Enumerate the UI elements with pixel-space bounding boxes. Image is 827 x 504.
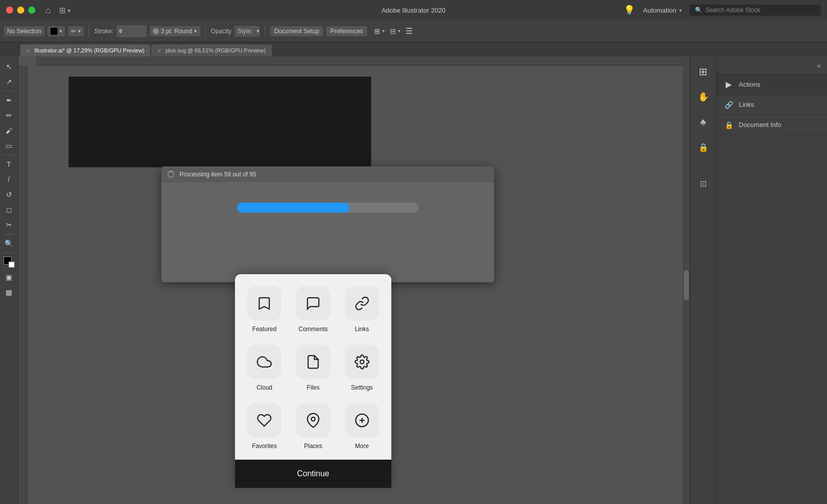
tab-plus-svg[interactable]: ✕ plus.svg @ 66,51% (RGB/GPU Preview): [151, 44, 271, 56]
mobile-item-favorites[interactable]: Favorites: [240, 396, 289, 455]
style-selector[interactable]: Style: ▾: [234, 26, 260, 37]
separator-2: [205, 25, 206, 37]
titlebar: ⌂ ⊞ ▾ Adobe Illustrator 2020 💡 Automatio…: [0, 0, 827, 20]
panel-btn-club[interactable]: ♣: [690, 110, 717, 134]
select-tool[interactable]: ↖: [2, 59, 16, 74]
pen-tool[interactable]: ✒: [2, 93, 16, 107]
main-area: ↖ ↗ ✒ ✏ 🖌 ▭ T / ↺ ◻ ✂ 🔍 ▣ ▦: [0, 56, 827, 504]
stroke-up[interactable]: [119, 29, 123, 31]
view-controls[interactable]: ⊞ ▾: [374, 27, 385, 35]
docinfo-icon: 🔒: [724, 121, 734, 129]
panel-btn-lock[interactable]: 🔒: [690, 135, 717, 159]
mobile-overlay: Featured Comments: [235, 274, 391, 488]
places-icon-box: [296, 403, 330, 437]
canvas-scrollbar[interactable]: [683, 56, 690, 504]
layer-btn[interactable]: ▣: [2, 270, 16, 284]
home-icon[interactable]: ⌂: [45, 5, 51, 16]
more-label: More: [355, 443, 369, 450]
collapse-button[interactable]: «: [817, 61, 821, 70]
lightbulb-icon[interactable]: 💡: [624, 5, 635, 16]
close-button[interactable]: [6, 7, 13, 14]
ruler-top: [36, 56, 683, 66]
document-setup-button[interactable]: Document Setup: [270, 26, 323, 36]
continue-button[interactable]: Continue: [235, 460, 391, 488]
panel-item-links[interactable]: 🔗 Links: [717, 95, 827, 115]
actions-icon: ▶: [724, 80, 734, 89]
mobile-item-links[interactable]: Links: [337, 279, 386, 338]
minimize-button[interactable]: [17, 7, 24, 14]
shape-tool[interactable]: ▭: [2, 139, 16, 153]
traffic-lights: [6, 7, 35, 14]
mobile-item-files[interactable]: Files: [289, 338, 338, 396]
separator-1: [89, 25, 89, 37]
tabs-bar: ✕ Illustrator.ai* @ 17,29% (RGB/GPU Prev…: [0, 42, 827, 56]
mobile-item-featured[interactable]: Featured: [240, 279, 289, 338]
eraser-tool[interactable]: ◻: [2, 203, 16, 217]
workspace-chevron[interactable]: ▾: [68, 6, 71, 15]
stroke-input[interactable]: [116, 25, 147, 37]
tab-close-2[interactable]: ✕: [157, 48, 161, 53]
stroke-label: Stroke:: [94, 28, 113, 35]
mobile-item-places[interactable]: Places: [289, 396, 338, 455]
preferences-button[interactable]: Preferences: [326, 26, 367, 36]
favorites-icon-box: [247, 403, 281, 437]
align-chevron[interactable]: ▾: [398, 28, 400, 34]
panel-item-docinfo[interactable]: 🔒 Document Info: [717, 115, 827, 135]
panel-items: ▶ Actions 🔗 Links 🔒 Document Info: [717, 75, 827, 135]
stock-search-placeholder: Search Adobe Stock: [705, 7, 760, 14]
tab-illustrator[interactable]: ✕ Illustrator.ai* @ 17,29% (RGB/GPU Prev…: [20, 44, 150, 56]
document-canvas: [69, 77, 371, 167]
align-icon[interactable]: ⊟: [390, 27, 396, 35]
fill-stroke-btn[interactable]: [2, 255, 16, 269]
panel-btn-layers[interactable]: ⊡: [690, 171, 717, 196]
maximize-button[interactable]: [28, 7, 35, 14]
stroke-tool[interactable]: ✏ ▾: [68, 26, 84, 36]
featured-icon-box: [247, 286, 281, 321]
tab-label-1: Illustrator.ai* @ 17,29% (RGB/GPU Previe…: [34, 47, 144, 53]
processing-dialog: Processing item 59 out of 95: [161, 166, 494, 282]
zoom-tool[interactable]: 🔍: [2, 236, 16, 250]
screen-mode-btn[interactable]: ▦: [2, 285, 16, 299]
canvas-area[interactable]: Processing item 59 out of 95 Featured: [18, 56, 690, 504]
text-tool[interactable]: T: [2, 157, 16, 171]
menu-icon[interactable]: ☰: [405, 26, 412, 36]
mobile-item-more[interactable]: More: [337, 396, 386, 455]
heart-icon: [257, 413, 272, 428]
brush-tool[interactable]: 🖌: [2, 123, 16, 138]
tool-separator-4: [4, 253, 14, 253]
panel-btn-grid[interactable]: ⊞: [690, 59, 717, 84]
right-panel: « ▶ Actions 🔗 Links 🔒 Document Info: [716, 56, 827, 504]
mobile-item-settings[interactable]: Settings: [337, 338, 386, 396]
svg-point-0: [360, 360, 364, 364]
rotate-tool[interactable]: ↺: [2, 187, 16, 202]
panel-btn-hand[interactable]: ✋: [690, 85, 717, 109]
tool-separator-2: [4, 155, 14, 155]
color-swatch[interactable]: ▾: [47, 26, 65, 36]
selection-mode[interactable]: No Selection: [4, 26, 44, 36]
workspace-selector[interactable]: Automation ▾: [643, 7, 682, 14]
processing-title-bar: Processing item 59 out of 95: [161, 166, 494, 182]
workspace-icon[interactable]: ⊞: [59, 6, 66, 15]
fill-chevron: ▾: [60, 28, 62, 34]
tab-close-1[interactable]: ✕: [26, 48, 30, 53]
view-grid-icon[interactable]: ⊞: [374, 27, 380, 35]
view-chevron[interactable]: ▾: [382, 28, 385, 34]
stroke-down[interactable]: [119, 31, 123, 33]
panel-item-actions[interactable]: ▶ Actions: [717, 75, 827, 95]
stock-search[interactable]: 🔍 Search Adobe Stock: [690, 5, 821, 16]
stroke-icon: ✏: [71, 28, 76, 35]
reshape-tool[interactable]: /: [2, 172, 16, 186]
search-icon: 🔍: [695, 7, 702, 14]
progress-bar-container: [237, 203, 419, 213]
stroke-style-selector[interactable]: 3 pt. Round ▾: [150, 26, 200, 36]
style-chevron: ▾: [257, 28, 259, 34]
pencil-tool[interactable]: ✏: [2, 108, 16, 122]
mobile-item-comments[interactable]: Comments: [289, 279, 338, 338]
mobile-item-cloud[interactable]: Cloud: [240, 338, 289, 396]
align-controls[interactable]: ⊟ ▾: [390, 27, 400, 35]
mobile-app-grid: Featured Comments: [235, 274, 391, 460]
scroll-thumb[interactable]: [684, 270, 689, 300]
ruler-left: [18, 66, 27, 504]
scissors-tool[interactable]: ✂: [2, 218, 16, 232]
direct-select-tool[interactable]: ↗: [2, 75, 16, 89]
